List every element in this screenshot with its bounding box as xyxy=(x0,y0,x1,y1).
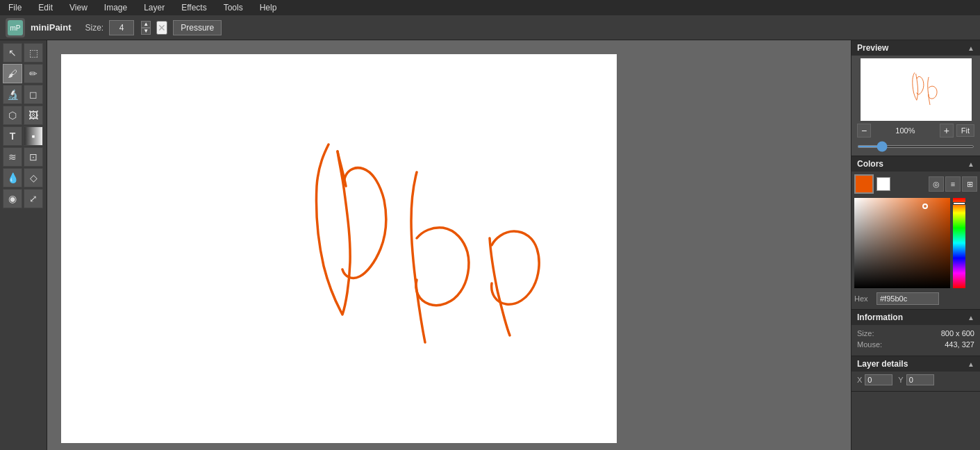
canvas-area[interactable] xyxy=(47,40,851,450)
info-size-row: Size: 800 x 600 xyxy=(857,329,974,338)
media-tool[interactable]: ◉ xyxy=(3,189,22,208)
colors-section: Colors ▲ ◎ ≡ ⊞ xyxy=(852,156,980,310)
gem-tool[interactable]: ◇ xyxy=(24,168,43,188)
hex-label: Hex xyxy=(854,294,874,303)
brush-tool[interactable]: 🖌 xyxy=(3,64,22,83)
pressure-button[interactable]: Pressure xyxy=(173,20,222,35)
preview-content: − 100% + Fit xyxy=(852,56,980,156)
tool-row-4: ⬡ 🖼 xyxy=(3,106,44,125)
layer-xy-row: X Y xyxy=(857,374,974,385)
preview-section: Preview ▲ − 100% + Fit xyxy=(852,40,980,156)
app-logo: mP xyxy=(6,18,25,38)
colors-collapse-icon: ▲ xyxy=(967,160,974,168)
gradient-tool[interactable]: ▪ xyxy=(24,126,43,146)
layer-y-input[interactable] xyxy=(906,374,934,385)
menu-help[interactable]: Help xyxy=(257,1,280,14)
info-size-label: Size: xyxy=(857,329,874,338)
toolbox: ↖ ⬚ 🖌 ✏ 🔬 ◻ ⬡ 🖼 T ▪ ≋ ⊡ 💧 ◇ ◉ ⤢ xyxy=(0,40,47,450)
right-panel: Preview ▲ − 100% + Fit xyxy=(851,40,980,450)
layer-details-content: X Y xyxy=(852,372,980,391)
layer-details-title: Layer details xyxy=(857,359,908,369)
size-input[interactable] xyxy=(109,20,134,35)
main-color-swatch[interactable] xyxy=(854,174,874,194)
transform-tool[interactable]: ⤢ xyxy=(24,189,43,208)
menu-view[interactable]: View xyxy=(67,1,90,14)
information-collapse-icon: ▲ xyxy=(967,314,974,322)
menu-file[interactable]: File xyxy=(6,1,24,14)
colors-content: ◎ ≡ ⊞ Hex xyxy=(852,172,980,309)
color-sliders-button[interactable]: ≡ xyxy=(945,176,961,192)
color-hue-bar[interactable] xyxy=(953,198,965,288)
hex-row: Hex xyxy=(854,291,977,306)
size-spinner: ▲ ▼ xyxy=(141,21,151,35)
size-label: Size: xyxy=(85,23,104,33)
color-wheel-button[interactable]: ◎ xyxy=(929,176,944,192)
layer-x-input[interactable] xyxy=(865,374,892,385)
fit-button[interactable]: Fit xyxy=(956,124,974,137)
canvas[interactable] xyxy=(61,54,617,443)
size-down-button[interactable]: ▼ xyxy=(141,28,151,35)
preview-collapse-icon: ▲ xyxy=(967,44,974,52)
menu-image[interactable]: Image xyxy=(101,1,130,14)
zoom-slider[interactable] xyxy=(857,145,974,148)
info-content: Size: 800 x 600 Mouse: 443, 327 xyxy=(852,325,980,356)
zoom-out-button[interactable]: − xyxy=(857,124,871,138)
colors-header[interactable]: Colors ▲ xyxy=(852,156,980,172)
color-palette-button[interactable]: ⊞ xyxy=(962,176,977,192)
preview-header[interactable]: Preview ▲ xyxy=(852,40,980,56)
info-mouse-row: Mouse: 443, 327 xyxy=(857,340,974,349)
image-tool[interactable]: 🖼 xyxy=(24,106,43,125)
info-mouse-value: 443, 327 xyxy=(945,340,974,349)
preview-thumbnail xyxy=(861,58,972,121)
bg-color-swatch[interactable] xyxy=(877,177,890,191)
layer-details-section: Layer details ▲ X Y xyxy=(852,356,980,392)
crop-tool[interactable]: ⊡ xyxy=(24,147,43,167)
main-area: ↖ ⬚ 🖌 ✏ 🔬 ◻ ⬡ 🖼 T ▪ ≋ ⊡ 💧 ◇ ◉ ⤢ xyxy=(0,40,980,450)
blur-tool[interactable]: ≋ xyxy=(3,147,22,167)
color-cursor xyxy=(922,203,928,209)
tool-row-7: 💧 ◇ xyxy=(3,168,44,188)
preview-controls: − 100% + Fit xyxy=(854,121,977,140)
color-view-buttons: ◎ ≡ ⊞ xyxy=(929,176,977,192)
app-title: miniPaint xyxy=(31,22,72,33)
zoom-slider-bar xyxy=(854,140,977,150)
information-title: Information xyxy=(857,312,903,322)
tool-row-5: T ▪ xyxy=(3,126,44,146)
hue-cursor xyxy=(953,202,965,205)
tool-row-2: 🖌 ✏ xyxy=(3,64,44,83)
information-section: Information ▲ Size: 800 x 600 Mouse: 443… xyxy=(852,310,980,356)
tool-row-3: 🔬 ◻ xyxy=(3,85,44,104)
menu-layer[interactable]: Layer xyxy=(141,1,167,14)
hex-input[interactable] xyxy=(877,292,939,305)
colors-title: Colors xyxy=(857,159,883,169)
menu-edit[interactable]: Edit xyxy=(35,1,56,14)
menu-bar: File Edit View Image Layer Effects Tools… xyxy=(0,0,980,15)
toolbar: mP miniPaint Size: ▲ ▼ ✕ Pressure xyxy=(0,15,980,40)
layer-y-label: Y xyxy=(898,376,903,384)
marquee-tool[interactable]: ⬚ xyxy=(24,43,43,62)
tool-row-8: ◉ ⤢ xyxy=(3,189,44,208)
tool-row-1: ↖ ⬚ xyxy=(3,43,44,62)
size-up-button[interactable]: ▲ xyxy=(141,21,151,28)
menu-tools[interactable]: Tools xyxy=(221,1,246,14)
zoom-value: 100% xyxy=(874,126,937,135)
color-picker-area[interactable] xyxy=(854,198,965,288)
color-gradient[interactable] xyxy=(854,198,950,288)
fill-tool[interactable]: ⬡ xyxy=(3,106,22,125)
svg-text:mP: mP xyxy=(10,24,21,32)
zoom-in-button[interactable]: + xyxy=(940,124,954,138)
tool-row-6: ≋ ⊡ xyxy=(3,147,44,167)
layer-details-header[interactable]: Layer details ▲ xyxy=(852,356,980,372)
drop-tool[interactable]: 💧 xyxy=(3,168,22,188)
menu-effects[interactable]: Effects xyxy=(178,1,209,14)
eyedropper-tool[interactable]: 🔬 xyxy=(3,85,22,104)
text-tool[interactable]: T xyxy=(3,126,22,146)
pencil-tool[interactable]: ✏ xyxy=(24,64,43,83)
preview-title: Preview xyxy=(857,43,888,53)
information-header[interactable]: Information ▲ xyxy=(852,310,980,325)
layer-x-field: X xyxy=(857,374,892,385)
pressure-close-button[interactable]: ✕ xyxy=(156,21,167,35)
select-tool[interactable]: ↖ xyxy=(3,43,22,62)
layer-x-label: X xyxy=(857,376,862,384)
eraser-tool[interactable]: ◻ xyxy=(24,85,43,104)
